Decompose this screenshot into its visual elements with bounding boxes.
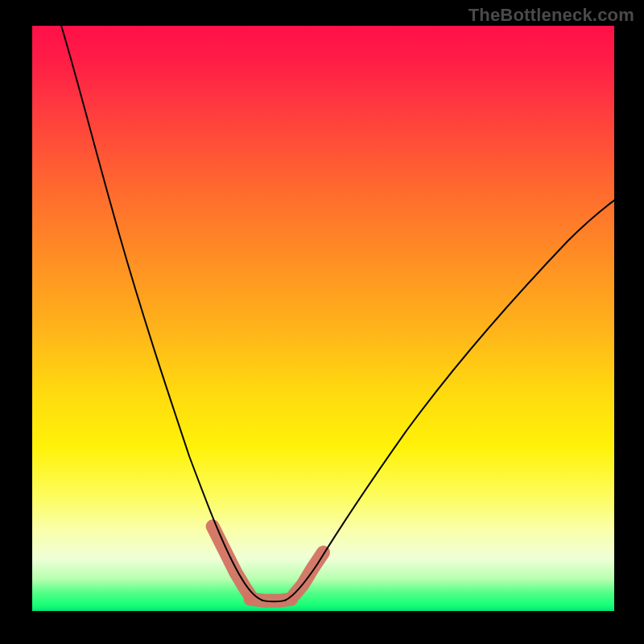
curve-overlay <box>32 26 614 608</box>
curve-left-branch <box>61 26 262 601</box>
watermark-text: TheBottleneck.com <box>469 5 634 26</box>
plot-area <box>32 26 614 611</box>
curve-right-branch <box>286 200 614 601</box>
chart-frame: TheBottleneck.com <box>0 0 644 644</box>
valley-highlight <box>213 526 323 601</box>
